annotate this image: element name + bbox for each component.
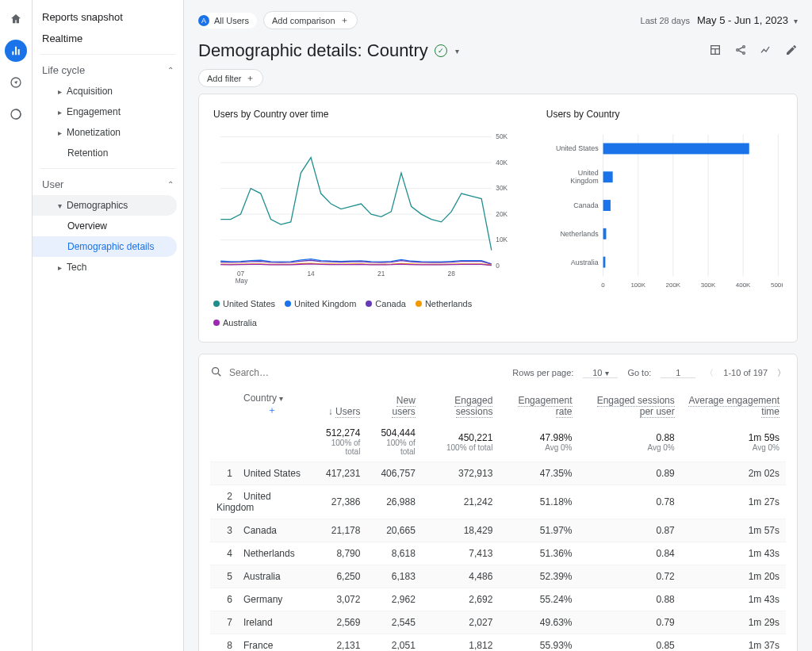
legend-item[interactable]: United States xyxy=(213,299,275,308)
table-row[interactable]: 7Ireland2,5692,5452,02749.63%0.791m 29s xyxy=(210,611,786,634)
advertising-icon[interactable] xyxy=(5,103,27,125)
home-icon[interactable] xyxy=(5,8,27,30)
user-label: User xyxy=(42,178,63,190)
share-icon[interactable] xyxy=(734,44,747,59)
caret-down-icon: ▾ xyxy=(58,201,62,210)
chevron-up-icon: ⌃ xyxy=(167,180,174,189)
table-row[interactable]: 1United States417,231406,757372,91347.35… xyxy=(210,462,786,485)
nav-group-user[interactable]: User⌃ xyxy=(33,174,183,195)
svg-text:United States: United States xyxy=(556,144,599,152)
line-chart: 010K20K30K40K50K07142128May xyxy=(213,126,521,293)
date-range: May 5 - Jun 1, 2023 xyxy=(697,14,788,26)
nav-monetization[interactable]: ▸Monetization xyxy=(33,122,177,143)
line-chart-title: Users by Country over time xyxy=(213,109,521,120)
col-avg-time[interactable]: Average engagement time xyxy=(681,388,786,422)
nav-reports-snapshot[interactable]: Reports snapshot xyxy=(33,6,177,28)
page-title: Demographic details: Country xyxy=(198,40,428,61)
dimension-picker[interactable]: Country ▾ xyxy=(243,393,283,404)
nav-realtime[interactable]: Realtime xyxy=(33,28,177,49)
col-engagement-rate[interactable]: Engagement rate xyxy=(499,388,578,422)
legend-item[interactable]: Netherlands xyxy=(416,299,472,308)
search-icon xyxy=(210,366,223,380)
page-info: 1-10 of 197 xyxy=(723,368,768,377)
sort-desc-icon: ↓ xyxy=(328,406,333,417)
bar-chart: 0100K200K300K400K500KUnited StatesUnited… xyxy=(546,126,783,293)
table-row[interactable]: 5Australia6,2506,1834,48652.39%0.721m 20… xyxy=(210,565,786,588)
svg-text:20K: 20K xyxy=(496,210,508,218)
reports-icon[interactable] xyxy=(5,40,27,62)
svg-rect-40 xyxy=(603,200,610,211)
svg-text:Kingdom: Kingdom xyxy=(570,177,598,185)
legend-item[interactable]: Canada xyxy=(366,299,406,308)
rows-per-page-select[interactable]: 10 ▾ xyxy=(583,368,618,378)
explore-icon[interactable] xyxy=(5,71,27,94)
col-engaged-per-user[interactable]: Engaged sessions per user xyxy=(579,388,681,422)
nav-overview[interactable]: Overview xyxy=(33,216,177,236)
charts-card: Users by Country over time 010K20K30K40K… xyxy=(198,94,798,343)
nav-acquisition[interactable]: ▸Acquisition xyxy=(33,81,177,101)
nav-demographic-details[interactable]: Demographic details xyxy=(33,236,177,257)
svg-text:Canada: Canada xyxy=(573,201,598,209)
prev-page-button[interactable]: 〈 xyxy=(705,367,714,379)
col-new-users[interactable]: New users xyxy=(366,388,421,422)
svg-point-5 xyxy=(743,52,745,54)
svg-point-4 xyxy=(743,45,745,48)
svg-rect-35 xyxy=(603,143,749,154)
caret-right-icon: ▸ xyxy=(58,87,62,96)
nav-engagement[interactable]: ▸Engagement xyxy=(33,101,177,122)
table-row[interactable]: 6Germany3,0722,9622,69255.24%0.881m 43s xyxy=(210,588,786,611)
svg-text:500K: 500K xyxy=(771,281,783,289)
add-comparison-label: Add comparison xyxy=(272,16,335,25)
table-row[interactable]: 3Canada21,17820,66518,42951.97%0.871m 57… xyxy=(210,519,786,542)
next-page-button[interactable]: 〉 xyxy=(777,367,786,379)
table-row[interactable]: 2United Kingdom27,38626,98821,24251.18%0… xyxy=(210,485,786,519)
nav-tech[interactable]: ▸Tech xyxy=(33,257,177,278)
table-row[interactable]: 8France2,1312,0511,81255.93%0.851m 37s xyxy=(210,634,786,652)
add-dimension-button[interactable]: ＋ xyxy=(267,404,277,415)
svg-text:0: 0 xyxy=(496,262,500,270)
col-users[interactable]: ↓ Users xyxy=(312,388,366,422)
nav-group-life-cycle[interactable]: Life cycle⌃ xyxy=(33,59,183,81)
table-card: Rows per page: 10 ▾ Go to: 1 〈 1-10 of 1… xyxy=(198,354,798,651)
svg-text:300K: 300K xyxy=(700,281,715,289)
segment-badge-icon: A xyxy=(198,15,209,26)
svg-text:0: 0 xyxy=(601,281,605,289)
table-row[interactable]: 4Netherlands8,7908,6187,41351.36%0.841m … xyxy=(210,542,786,565)
svg-text:21: 21 xyxy=(377,270,385,278)
plus-icon: ＋ xyxy=(340,14,349,26)
col-engaged-sessions[interactable]: Engaged sessions xyxy=(422,388,500,422)
verified-icon: ✓ xyxy=(435,44,447,57)
customize-icon[interactable] xyxy=(709,44,722,59)
nav-demographics[interactable]: ▾Demographics xyxy=(33,195,177,216)
caret-right-icon: ▸ xyxy=(58,108,62,117)
title-dropdown-icon[interactable]: ▾ xyxy=(455,47,459,56)
chevron-down-icon: ▾ xyxy=(794,17,798,25)
add-filter-button[interactable]: Add filter＋ xyxy=(198,69,263,87)
svg-text:14: 14 xyxy=(307,270,315,278)
chevron-up-icon: ⌃ xyxy=(167,66,174,75)
data-table: Country ▾ ＋ ↓ Users New users Engaged se… xyxy=(210,388,786,651)
go-to-label: Go to: xyxy=(627,368,651,377)
date-prefix: Last 28 days xyxy=(641,16,690,25)
legend-item[interactable]: Australia xyxy=(213,318,257,327)
svg-text:United: United xyxy=(578,169,599,177)
segment-all-users[interactable]: AAll Users xyxy=(198,13,257,29)
date-range-picker[interactable]: Last 28 days May 5 - Jun 1, 2023 ▾ xyxy=(641,14,798,26)
chart-legend: United States United Kingdom Canada Neth… xyxy=(213,299,521,327)
legend-item[interactable]: United Kingdom xyxy=(285,299,356,308)
caret-right-icon: ▸ xyxy=(58,263,62,272)
life-cycle-label: Life cycle xyxy=(42,64,85,76)
svg-text:40K: 40K xyxy=(496,159,508,167)
totals-row: 512,274100% of total504,444100% of total… xyxy=(210,422,786,462)
insights-icon[interactable] xyxy=(760,44,772,59)
nav-retention[interactable]: Retention xyxy=(33,143,177,163)
plus-icon: ＋ xyxy=(246,72,255,84)
svg-text:400K: 400K xyxy=(736,281,751,289)
chevron-down-icon: ▾ xyxy=(279,394,283,403)
svg-text:200K: 200K xyxy=(665,281,680,289)
search-input[interactable] xyxy=(228,366,373,379)
add-comparison-button[interactable]: Add comparison＋ xyxy=(263,11,358,29)
go-to-input[interactable]: 1 xyxy=(661,368,695,378)
svg-text:28: 28 xyxy=(448,270,456,278)
edit-icon[interactable] xyxy=(785,44,798,59)
